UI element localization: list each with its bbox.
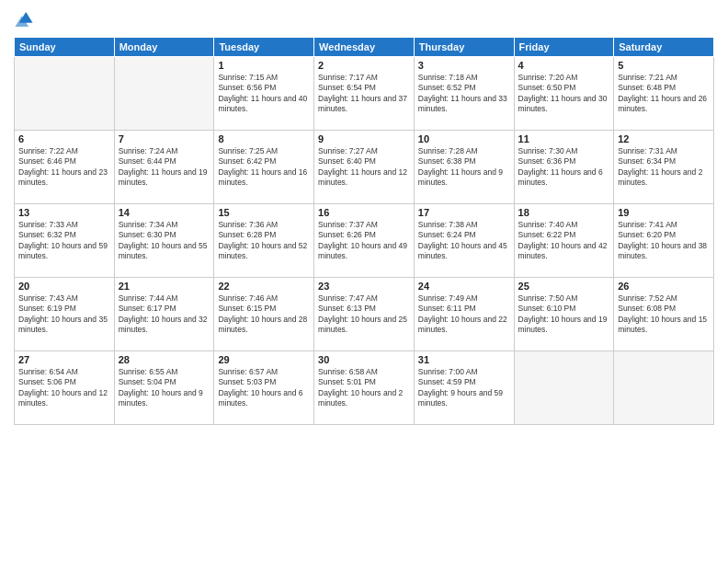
cell-info: Sunrise: 7:00 AMSunset: 4:59 PMDaylight:… [418,367,510,409]
calendar-cell: 21Sunrise: 7:44 AMSunset: 6:17 PMDayligh… [114,278,214,351]
day-number: 14 [119,207,210,218]
cell-info: Sunrise: 7:46 AMSunset: 6:15 PMDaylight:… [218,293,310,336]
header [14,9,714,29]
day-number: 21 [119,281,210,292]
calendar-cell: 5Sunrise: 7:21 AMSunset: 6:48 PMDaylight… [614,57,714,131]
cell-info: Sunrise: 7:30 AMSunset: 6:36 PMDaylight:… [518,146,610,189]
calendar-cell: 14Sunrise: 7:34 AMSunset: 6:30 PMDayligh… [114,204,214,278]
calendar-cell: 10Sunrise: 7:28 AMSunset: 6:38 PMDayligh… [414,131,514,204]
calendar-cell: 12Sunrise: 7:31 AMSunset: 6:34 PMDayligh… [614,131,714,204]
cell-info: Sunrise: 7:33 AMSunset: 6:32 PMDaylight:… [18,220,110,262]
cell-info: Sunrise: 7:22 AMSunset: 6:46 PMDaylight:… [18,146,110,189]
calendar-cell: 18Sunrise: 7:40 AMSunset: 6:22 PMDayligh… [514,204,614,278]
day-number: 15 [218,207,310,218]
logo [14,9,38,29]
day-number: 27 [18,354,110,365]
weekday-header: Monday [114,38,214,57]
calendar-cell: 3Sunrise: 7:18 AMSunset: 6:52 PMDaylight… [414,57,514,131]
day-number: 9 [318,133,410,144]
calendar-cell: 2Sunrise: 7:17 AMSunset: 6:54 PMDaylight… [314,57,415,131]
day-number: 4 [518,60,610,71]
cell-info: Sunrise: 7:17 AMSunset: 6:54 PMDaylight:… [318,73,410,115]
calendar-cell: 13Sunrise: 7:33 AMSunset: 6:32 PMDayligh… [15,204,115,278]
weekday-header: Wednesday [314,38,415,57]
calendar-cell: 27Sunrise: 6:54 AMSunset: 5:06 PMDayligh… [15,351,115,425]
calendar-cell: 31Sunrise: 7:00 AMSunset: 4:59 PMDayligh… [414,351,514,425]
cell-info: Sunrise: 6:57 AMSunset: 5:03 PMDaylight:… [218,367,310,409]
cell-info: Sunrise: 7:28 AMSunset: 6:38 PMDaylight:… [418,146,510,189]
calendar-cell: 9Sunrise: 7:27 AMSunset: 6:40 PMDaylight… [314,131,415,204]
cell-info: Sunrise: 7:41 AMSunset: 6:20 PMDaylight:… [618,220,710,262]
cell-info: Sunrise: 7:20 AMSunset: 6:50 PMDaylight:… [518,73,610,115]
cell-info: Sunrise: 7:40 AMSunset: 6:22 PMDaylight:… [518,220,610,262]
day-number: 17 [418,207,510,218]
day-number: 1 [218,60,310,71]
day-number: 18 [518,207,610,218]
day-number: 7 [119,133,210,144]
calendar-cell: 29Sunrise: 6:57 AMSunset: 5:03 PMDayligh… [214,351,314,425]
calendar-cell: 8Sunrise: 7:25 AMSunset: 6:42 PMDaylight… [214,131,314,204]
cell-info: Sunrise: 6:54 AMSunset: 5:06 PMDaylight:… [18,367,110,409]
calendar-cell [15,57,115,131]
page: SundayMondayTuesdayWednesdayThursdayFrid… [0,0,728,563]
day-number: 24 [418,281,510,292]
calendar-cell: 25Sunrise: 7:50 AMSunset: 6:10 PMDayligh… [514,278,614,351]
cell-info: Sunrise: 6:55 AMSunset: 5:04 PMDaylight:… [119,367,210,409]
logo-icon [14,9,34,29]
calendar-cell: 20Sunrise: 7:43 AMSunset: 6:19 PMDayligh… [15,278,115,351]
cell-info: Sunrise: 7:31 AMSunset: 6:34 PMDaylight:… [618,146,710,189]
cell-info: Sunrise: 7:15 AMSunset: 6:56 PMDaylight:… [218,73,310,115]
day-number: 19 [618,207,710,218]
cell-info: Sunrise: 7:37 AMSunset: 6:26 PMDaylight:… [318,220,410,262]
weekday-header: Sunday [15,38,115,57]
calendar-cell: 26Sunrise: 7:52 AMSunset: 6:08 PMDayligh… [614,278,714,351]
calendar-cell: 23Sunrise: 7:47 AMSunset: 6:13 PMDayligh… [314,278,415,351]
calendar-cell: 6Sunrise: 7:22 AMSunset: 6:46 PMDaylight… [15,131,115,204]
cell-info: Sunrise: 7:38 AMSunset: 6:24 PMDaylight:… [418,220,510,262]
calendar-cell: 16Sunrise: 7:37 AMSunset: 6:26 PMDayligh… [314,204,415,278]
cell-info: Sunrise: 7:18 AMSunset: 6:52 PMDaylight:… [418,73,510,115]
calendar-cell: 19Sunrise: 7:41 AMSunset: 6:20 PMDayligh… [614,204,714,278]
calendar-cell [114,57,214,131]
weekday-header-row: SundayMondayTuesdayWednesdayThursdayFrid… [15,38,714,57]
day-number: 3 [418,60,510,71]
day-number: 22 [218,281,310,292]
cell-info: Sunrise: 7:43 AMSunset: 6:19 PMDaylight:… [18,293,110,336]
day-number: 26 [618,281,710,292]
calendar-cell: 17Sunrise: 7:38 AMSunset: 6:24 PMDayligh… [414,204,514,278]
cell-info: Sunrise: 7:49 AMSunset: 6:11 PMDaylight:… [418,293,510,336]
cell-info: Sunrise: 6:58 AMSunset: 5:01 PMDaylight:… [318,367,410,409]
weekday-header: Saturday [614,38,714,57]
day-number: 25 [518,281,610,292]
calendar-week-row: 20Sunrise: 7:43 AMSunset: 6:19 PMDayligh… [15,278,714,351]
day-number: 12 [618,133,710,144]
cell-info: Sunrise: 7:24 AMSunset: 6:44 PMDaylight:… [119,146,210,189]
day-number: 13 [18,207,110,218]
calendar-cell [614,351,714,425]
calendar-cell: 22Sunrise: 7:46 AMSunset: 6:15 PMDayligh… [214,278,314,351]
calendar-cell [514,351,614,425]
calendar-cell: 30Sunrise: 6:58 AMSunset: 5:01 PMDayligh… [314,351,415,425]
weekday-header: Thursday [414,38,514,57]
day-number: 28 [119,354,210,365]
calendar-week-row: 27Sunrise: 6:54 AMSunset: 5:06 PMDayligh… [15,351,714,425]
calendar-week-row: 1Sunrise: 7:15 AMSunset: 6:56 PMDaylight… [15,57,714,131]
day-number: 29 [218,354,310,365]
cell-info: Sunrise: 7:47 AMSunset: 6:13 PMDaylight:… [318,293,410,336]
day-number: 31 [418,354,510,365]
day-number: 30 [318,354,410,365]
calendar-week-row: 13Sunrise: 7:33 AMSunset: 6:32 PMDayligh… [15,204,714,278]
calendar-week-row: 6Sunrise: 7:22 AMSunset: 6:46 PMDaylight… [15,131,714,204]
weekday-header: Friday [514,38,614,57]
calendar-cell: 7Sunrise: 7:24 AMSunset: 6:44 PMDaylight… [114,131,214,204]
cell-info: Sunrise: 7:52 AMSunset: 6:08 PMDaylight:… [618,293,710,336]
calendar-cell: 4Sunrise: 7:20 AMSunset: 6:50 PMDaylight… [514,57,614,131]
cell-info: Sunrise: 7:21 AMSunset: 6:48 PMDaylight:… [618,73,710,115]
day-number: 16 [318,207,410,218]
day-number: 2 [318,60,410,71]
day-number: 10 [418,133,510,144]
cell-info: Sunrise: 7:44 AMSunset: 6:17 PMDaylight:… [119,293,210,336]
day-number: 20 [18,281,110,292]
calendar-cell: 15Sunrise: 7:36 AMSunset: 6:28 PMDayligh… [214,204,314,278]
cell-info: Sunrise: 7:25 AMSunset: 6:42 PMDaylight:… [218,146,310,189]
